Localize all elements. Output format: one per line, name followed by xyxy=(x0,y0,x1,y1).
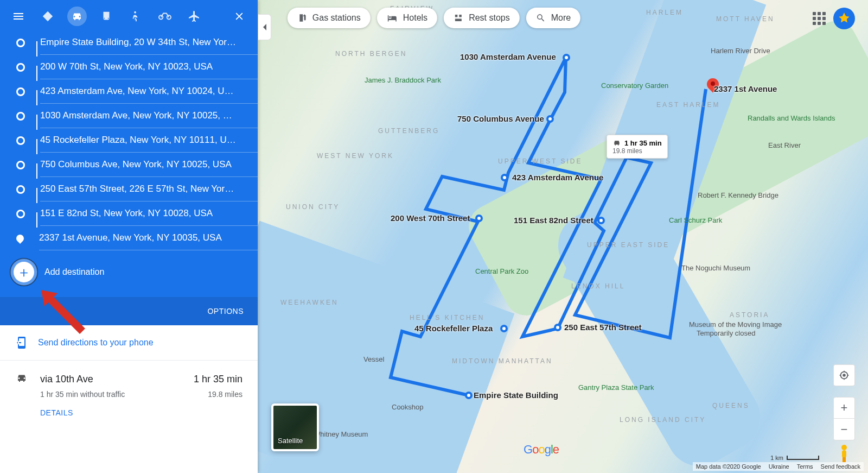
route-stop-marker[interactable] xyxy=(563,54,570,61)
map-text-label: ASTORIA xyxy=(730,311,769,319)
waypoint-input[interactable]: 250 East 57th Street, 226 E 57th St, New… xyxy=(40,177,258,201)
route-time: 1 hr 35 min xyxy=(194,374,242,385)
travel-mode-tabs xyxy=(38,7,204,26)
waypoint-row[interactable]: 250 East 57th Street, 226 E 57th St, New… xyxy=(16,177,258,201)
chip-more[interactable]: More xyxy=(526,8,580,28)
waypoint-input[interactable]: 423 Amsterdam Ave, New York, NY 10024, U… xyxy=(40,79,258,104)
waypoint-marker-icon xyxy=(16,161,25,169)
waypoint-marker-icon xyxy=(16,185,25,194)
map-text-label: QUEENS xyxy=(712,402,750,409)
route-polyline xyxy=(258,0,868,473)
map-text-label: Guttenberg xyxy=(378,127,439,135)
route-stop-label: 151 East 82nd Street xyxy=(514,216,593,225)
waypoint-marker-icon xyxy=(16,210,25,218)
map-text-label: Union City xyxy=(286,203,340,211)
directions-panel: Empire State Building, 20 W 34th St, New… xyxy=(0,0,258,325)
waypoint-marker-icon xyxy=(16,87,25,96)
route-stop-marker[interactable] xyxy=(500,325,508,332)
waypoint-marker-icon xyxy=(16,63,25,72)
search-icon xyxy=(536,13,546,23)
mode-transit-icon[interactable] xyxy=(97,7,116,26)
waypoint-row[interactable]: 750 Columbus Ave, New York, NY 10025, US… xyxy=(16,153,258,177)
waypoint-input[interactable]: 45 Rockefeller Plaza, New York, NY 10111… xyxy=(40,128,258,153)
route-stop-marker[interactable] xyxy=(546,115,554,123)
waypoint-row[interactable]: 1030 Amsterdam Ave, New York, NY 10025, … xyxy=(16,104,258,128)
map-text-label: Robert F. Kennedy Bridge xyxy=(698,191,778,199)
details-button[interactable]: DETAILS xyxy=(40,408,242,417)
route-stop-label: 250 East 57th Street xyxy=(564,323,642,332)
add-destination-button[interactable]: ＋ Add destination xyxy=(0,250,258,297)
map-text-label: UPPER EAST SIDE xyxy=(587,241,669,249)
options-button[interactable]: OPTIONS xyxy=(0,297,258,325)
map-text-label: HELL'S KITCHEN xyxy=(410,314,484,321)
waypoint-input[interactable]: 200 W 70th St, New York, NY 10023, USA xyxy=(40,55,258,79)
car-icon xyxy=(612,138,621,147)
map-text-label: The Noguchi Museum xyxy=(681,264,750,272)
directions-sidebar: Empire State Building, 20 W 34th St, New… xyxy=(0,0,258,473)
zoom-controls: + − xyxy=(833,397,855,440)
route-stop-marker[interactable] xyxy=(475,215,483,222)
waypoint-row[interactable]: 2337 1st Avenue, New York, NY 10035, USA xyxy=(16,226,258,250)
svg-rect-3 xyxy=(843,457,844,462)
chip-rest-stops[interactable]: Rest stops xyxy=(444,8,520,28)
waypoint-marker-icon xyxy=(15,233,25,244)
map-text-label: HARLEM xyxy=(646,9,683,16)
waypoint-marker-icon xyxy=(16,39,25,47)
send-to-phone-icon xyxy=(15,336,28,349)
map-text-label: Vessel xyxy=(363,355,384,363)
map-text-label: Gantry Plaza State Park xyxy=(578,383,654,392)
send-to-phone-button[interactable]: Send directions to your phone xyxy=(0,325,258,361)
rest-icon xyxy=(454,13,463,23)
waypoint-row[interactable]: 200 W 70th St, New York, NY 10023, USA xyxy=(16,55,258,79)
route-stop-marker[interactable] xyxy=(597,217,605,224)
route-distance: 19.8 miles xyxy=(208,390,242,399)
map-text-label: UPPER WEST SIDE xyxy=(498,157,582,165)
map-text-label: Temporarily closed xyxy=(697,329,755,337)
map-text-label: Weehawken xyxy=(280,299,339,306)
mode-bike-icon[interactable] xyxy=(155,7,175,26)
waypoint-input[interactable]: 750 Columbus Ave, New York, NY 10025, US… xyxy=(40,153,258,177)
satellite-toggle[interactable]: Satellite xyxy=(271,403,319,451)
waypoint-row[interactable]: 45 Rockefeller Plaza, New York, NY 10111… xyxy=(16,128,258,153)
svg-point-1 xyxy=(841,445,847,450)
waypoint-input[interactable]: 2337 1st Avenue, New York, NY 10035, USA xyxy=(39,226,258,250)
search-chips: Gas stations Hotels Rest stops More xyxy=(288,8,580,28)
waypoint-input[interactable]: 151 E 82nd St, New York, NY 10028, USA xyxy=(40,201,258,226)
route-stop-label: 1030 Amsterdam Avenue xyxy=(460,52,556,61)
gas-icon xyxy=(297,13,307,23)
svg-rect-4 xyxy=(844,457,846,462)
my-location-button[interactable] xyxy=(833,364,855,386)
mode-best-icon[interactable] xyxy=(38,7,58,26)
waypoint-row[interactable]: Empire State Building, 20 W 34th St, New… xyxy=(16,30,258,55)
mode-car-icon[interactable] xyxy=(67,7,87,26)
zoom-in-button[interactable]: + xyxy=(833,397,855,419)
waypoint-input[interactable]: Empire State Building, 20 W 34th St, New… xyxy=(40,30,258,55)
waypoint-marker-icon xyxy=(16,136,25,145)
mode-walk-icon[interactable] xyxy=(126,7,145,26)
map-text-label: Harlem River Drive xyxy=(711,47,770,55)
route-stop-label: 750 Columbus Avenue xyxy=(457,114,544,123)
route-stop-marker[interactable] xyxy=(554,324,561,331)
map-canvas[interactable]: 1 hr 35 min 19.8 miles Google 1030 Amste… xyxy=(258,0,868,473)
menu-icon[interactable] xyxy=(11,9,26,24)
waypoint-input[interactable]: 1030 Amsterdam Ave, New York, NY 10025, … xyxy=(40,104,258,128)
apps-icon[interactable] xyxy=(813,12,826,25)
add-destination-label: Add destination xyxy=(44,267,104,277)
route-summary-card[interactable]: via 10th Ave 1 hr 35 min 1 hr 35 min wit… xyxy=(0,361,258,428)
collapse-sidebar-button[interactable] xyxy=(258,14,271,40)
close-icon[interactable] xyxy=(232,9,247,24)
chip-gas-stations[interactable]: Gas stations xyxy=(288,8,371,28)
chip-hotels[interactable]: Hotels xyxy=(377,8,437,28)
route-stop-label: 45 Rockefeller Plaza xyxy=(414,324,493,333)
pegman-icon[interactable] xyxy=(833,443,855,464)
waypoint-row[interactable]: 151 E 82nd St, New York, NY 10028, USA xyxy=(16,201,258,226)
map-text-label: Museum of the Moving Image xyxy=(689,320,782,329)
user-avatar[interactable] xyxy=(833,8,855,29)
map-text-label: EAST HARLEM xyxy=(656,101,720,109)
route-stop-marker[interactable] xyxy=(465,392,473,399)
map-text-label: James J. Braddock Park xyxy=(365,76,441,84)
mode-flight-icon[interactable] xyxy=(184,7,204,26)
waypoint-row[interactable]: 423 Amsterdam Ave, New York, NY 10024, U… xyxy=(16,79,258,104)
route-stop-marker[interactable] xyxy=(501,174,508,181)
zoom-out-button[interactable]: − xyxy=(833,419,855,440)
